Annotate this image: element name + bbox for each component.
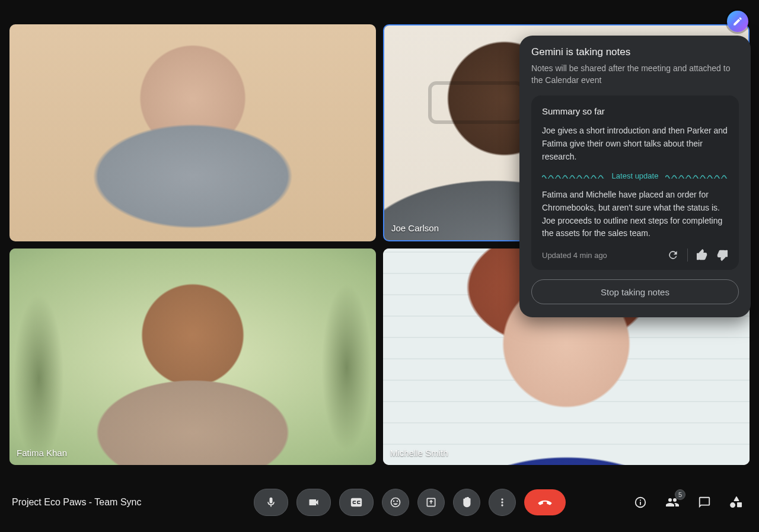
more-vert-icon	[496, 496, 508, 508]
captions-icon	[350, 496, 363, 509]
camera-icon	[308, 496, 320, 508]
summary-heading: Summary so far	[542, 106, 728, 116]
update-body: Fatima and Michelle have placed an order…	[542, 189, 728, 240]
participant-name: Joe Carlson	[391, 223, 439, 233]
gemini-panel-subtitle: Notes will be shared after the meeting a…	[531, 63, 739, 86]
gemini-panel-title: Gemini is taking notes	[531, 46, 739, 58]
stop-notes-button[interactable]: Stop taking notes	[531, 279, 739, 304]
activities-button[interactable]	[726, 492, 747, 513]
meeting-info-button[interactable]	[630, 492, 651, 513]
meeting-title: Project Eco Paws - Team Sync	[12, 497, 190, 508]
wave-right-icon	[665, 174, 728, 179]
chat-button[interactable]	[694, 492, 715, 513]
gemini-button[interactable]	[727, 11, 748, 32]
chat-icon	[698, 496, 711, 509]
gemini-summary-card: Summary so far Joe gives a short introdu…	[531, 95, 739, 270]
divider-label: Latest update	[612, 171, 659, 180]
info-icon	[634, 496, 647, 509]
updated-timestamp: Updated 4 min ago	[542, 251, 607, 260]
camera-button[interactable]	[296, 489, 331, 516]
hangup-icon	[537, 495, 553, 510]
thumbs-up-button[interactable]	[696, 249, 708, 261]
participant-tile[interactable]: Fatima Khan	[9, 249, 376, 466]
participant-name: Fatima Khan	[17, 448, 67, 458]
bottom-bar: Project Eco Paws - Team Sync	[0, 473, 759, 532]
call-controls	[254, 489, 566, 516]
leave-call-button[interactable]	[524, 489, 566, 515]
raise-hand-button[interactable]	[453, 489, 480, 516]
summary-body: Joe gives a short introduction and then …	[542, 125, 728, 163]
gemini-panel: Gemini is taking notes Notes will be sha…	[519, 36, 751, 317]
hand-icon	[461, 496, 473, 508]
participant-video	[9, 24, 376, 241]
separator	[687, 249, 688, 262]
pencil-sparkle-icon	[732, 16, 743, 27]
people-button[interactable]: 5	[662, 492, 683, 513]
mic-button[interactable]	[254, 489, 288, 516]
refresh-button[interactable]	[667, 249, 679, 261]
thumbs-up-icon	[696, 249, 708, 261]
participant-video	[9, 249, 376, 466]
participant-tile[interactable]: Parker Lee	[9, 24, 376, 241]
thumbs-down-button[interactable]	[716, 249, 728, 261]
present-button[interactable]	[417, 489, 445, 516]
right-controls: 5	[630, 492, 747, 513]
shapes-icon	[730, 496, 743, 509]
more-options-button[interactable]	[489, 489, 516, 516]
participant-count-badge: 5	[675, 489, 685, 500]
mic-icon	[265, 496, 277, 508]
present-icon	[425, 496, 437, 508]
captions-button[interactable]	[339, 489, 374, 516]
thumbs-down-icon	[716, 249, 728, 261]
reactions-button[interactable]	[382, 489, 409, 516]
wave-left-icon	[542, 174, 605, 179]
latest-update-divider: Latest update	[542, 171, 728, 180]
emoji-icon	[390, 496, 401, 508]
participant-name: Michelle Smith	[390, 448, 448, 458]
refresh-icon	[667, 249, 679, 261]
